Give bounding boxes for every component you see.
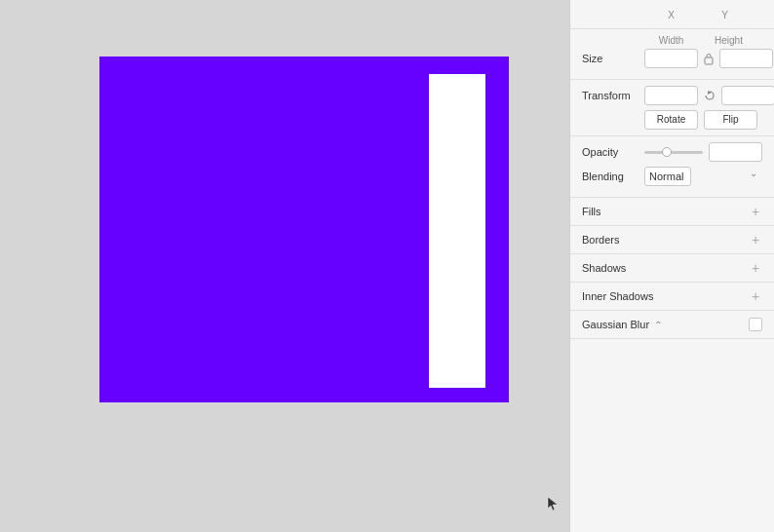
borders-label: Borders: [582, 234, 620, 246]
x-header: X: [644, 10, 698, 20]
fills-section-header[interactable]: Fills +: [570, 198, 774, 226]
shadows-add-button[interactable]: +: [749, 261, 762, 275]
gaussian-blur-row: Gaussian Blur ⌃: [570, 311, 774, 339]
svg-rect-0: [705, 57, 713, 64]
lock-icon[interactable]: [704, 53, 714, 65]
opacity-slider-wrap[interactable]: [644, 147, 703, 157]
opacity-section: Opacity Blending Normal Multiply Screen …: [570, 136, 774, 198]
borders-section-header[interactable]: Borders +: [570, 226, 774, 254]
transform-label: Transform: [582, 90, 639, 101]
canvas-content: [41, 57, 528, 475]
size-section: Width Height Size: [570, 29, 774, 80]
opacity-thumb[interactable]: [662, 147, 672, 157]
gaussian-left: Gaussian Blur ⌃: [582, 319, 662, 330]
shadows-label: Shadows: [582, 262, 626, 274]
gaussian-blur-label: Gaussian Blur: [582, 319, 649, 330]
flip-button[interactable]: Flip: [704, 110, 757, 130]
transform-icon: [704, 90, 716, 101]
y-header: Y: [698, 10, 752, 20]
flip-input[interactable]: [721, 86, 774, 105]
fills-add-button[interactable]: +: [749, 205, 762, 218]
opacity-label: Opacity: [582, 146, 639, 158]
blending-select-wrap[interactable]: Normal Multiply Screen Overlay: [644, 167, 762, 186]
xy-header-row: X Y: [582, 10, 762, 20]
position-section: X Y: [570, 4, 774, 29]
width-col-header: Width: [644, 35, 698, 46]
white-rectangle[interactable]: [429, 74, 485, 388]
right-panel: X Y Width Height Size Transform: [569, 0, 774, 532]
inner-shadows-section-header[interactable]: Inner Shadows +: [570, 283, 774, 311]
transform-row: Transform: [582, 86, 762, 105]
rotate-button[interactable]: Rotate: [644, 110, 698, 130]
blending-select[interactable]: Normal Multiply Screen Overlay: [644, 167, 691, 186]
opacity-row: Opacity: [582, 142, 762, 162]
blending-row: Blending Normal Multiply Screen Overlay: [582, 167, 762, 186]
blending-label: Blending: [582, 171, 639, 182]
opacity-input[interactable]: [709, 142, 762, 162]
size-row: Size: [582, 49, 762, 68]
borders-add-button[interactable]: +: [749, 233, 762, 247]
width-input[interactable]: [644, 49, 698, 68]
opacity-slider[interactable]: [644, 151, 703, 154]
inner-shadows-add-button[interactable]: +: [749, 289, 762, 303]
rotate-input[interactable]: [644, 86, 698, 105]
fills-label: Fills: [582, 206, 601, 217]
gaussian-chevron-icon[interactable]: ⌃: [654, 320, 662, 330]
transform-section: Transform Rotate Flip: [570, 80, 774, 136]
height-col-header: Height: [702, 35, 755, 46]
size-label: Size: [582, 53, 639, 64]
transform-buttons: Rotate Flip: [644, 110, 762, 130]
height-input[interactable]: [719, 49, 773, 68]
cursor-indicator: [546, 495, 560, 513]
inner-shadows-label: Inner Shadows: [582, 290, 653, 302]
shadows-section-header[interactable]: Shadows +: [570, 254, 774, 283]
canvas-area: [0, 0, 569, 532]
gaussian-blur-checkbox[interactable]: [749, 318, 762, 331]
